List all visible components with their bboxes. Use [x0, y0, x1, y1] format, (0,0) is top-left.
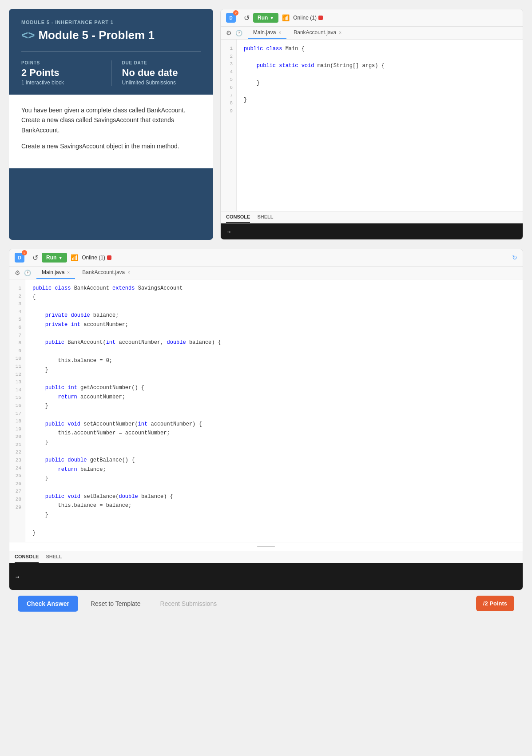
run-dropdown-arrow-bottom[interactable]: ▼	[58, 255, 63, 260]
due-date-label: DUE DATE	[122, 60, 201, 65]
points-sub: 1 interactive block	[21, 80, 100, 86]
points-button[interactable]: /2 Points	[476, 596, 514, 611]
check-answer-button[interactable]: Check Answer	[18, 596, 78, 612]
run-button-bottom[interactable]: Run ▼	[42, 253, 67, 263]
undo-icon[interactable]: ↺	[244, 14, 250, 22]
console-tabs-top: CONSOLE SHELL	[221, 211, 523, 223]
code-area-top[interactable]: 1 2 3 4 5 6 7 8 9 public class Main { pu…	[221, 40, 523, 211]
shell-tab-top[interactable]: SHELL	[257, 211, 273, 223]
ide-logo-text: D	[229, 16, 232, 20]
run-dropdown-arrow[interactable]: ▼	[270, 16, 274, 20]
ide-tabs-top: ⚙ 🕐 Main.java × BankAccount.java ×	[221, 27, 523, 40]
undo-icon-bottom[interactable]: ↺	[32, 254, 38, 262]
meta-section: POINTS 2 Points 1 interactive block DUE …	[9, 52, 213, 95]
online-dot-top	[318, 16, 323, 20]
ide-panel-top: D 2 ↺ Run ▼ 📶 Online (1) ⚙ 🕐 Main.java ×	[220, 9, 523, 240]
problem-title-text: Module 5 - Problem 1	[38, 28, 155, 42]
code-editor-bottom[interactable]: public class BankAccount extends Savings…	[25, 279, 523, 542]
ide-toolbar-bottom: D 2 ↺ Run ▼ 📶 Online (1) ↻	[9, 249, 523, 267]
tab-main-java-label-bottom: Main.java	[42, 269, 64, 275]
close-main-tab-top[interactable]: ×	[278, 30, 281, 35]
clock-icon-top: 🕐	[235, 30, 242, 36]
ide-logo-text-bottom: D	[18, 255, 21, 260]
online-badge-bottom: Online (1)	[82, 255, 111, 261]
tab-bankaccount-java-bottom[interactable]: BankAccount.java ×	[77, 267, 135, 279]
console-output-top: →	[221, 223, 523, 239]
online-text-bottom: Online (1)	[82, 255, 105, 261]
tab-bankaccount-label-bottom: BankAccount.java	[82, 269, 125, 275]
run-label-bottom: Run	[46, 255, 56, 261]
wifi-icon-top: 📶	[282, 14, 290, 21]
top-section: MODULE 5 - INHERITANCE PART 1 <> Module …	[0, 0, 532, 244]
tab-main-java-label-top: Main.java	[253, 29, 276, 36]
problem-description: You have been given a complete class cal…	[9, 95, 213, 168]
console-section-top: CONSOLE SHELL →	[221, 211, 523, 239]
tab-main-java-top[interactable]: Main.java ×	[248, 27, 286, 39]
refresh-icon-bottom[interactable]: ↻	[512, 254, 517, 261]
console-tab-bottom[interactable]: CONSOLE	[15, 551, 39, 563]
clock-icon-bottom: 🕐	[24, 270, 31, 276]
ide-logo-badge-bottom: 2	[22, 250, 27, 255]
description-para-2: Create a new SavingsAccount object in th…	[21, 141, 201, 151]
points-value: 2 Points	[21, 67, 100, 79]
settings-icon-bottom[interactable]: ⚙	[15, 269, 20, 276]
ide-panel-bottom: D 2 ↺ Run ▼ 📶 Online (1) ↻ ⚙ 🕐 Main.java…	[9, 249, 523, 590]
tab-bankaccount-java-top[interactable]: BankAccount.java ×	[288, 27, 347, 39]
footer-bar: Check Answer Reset to Template Recent Su…	[9, 590, 523, 617]
ide-logo-wrapper: D 2	[226, 13, 238, 23]
console-section-bottom: CONSOLE SHELL →	[9, 551, 523, 590]
console-tabs-bottom: CONSOLE SHELL	[9, 551, 523, 563]
run-button-top[interactable]: Run ▼	[253, 13, 278, 23]
problem-panel: MODULE 5 - INHERITANCE PART 1 <> Module …	[9, 9, 213, 240]
ide-tabs-bottom: ⚙ 🕐 Main.java × BankAccount.java ×	[9, 267, 523, 279]
problem-header: MODULE 5 - INHERITANCE PART 1 <> Module …	[9, 9, 213, 51]
line-numbers-top: 1 2 3 4 5 6 7 8 9	[221, 40, 237, 211]
points-meta: POINTS 2 Points 1 interactive block	[21, 60, 111, 86]
due-date-meta: DUE DATE No due date Unlimited Submissio…	[111, 60, 201, 86]
run-label-top: Run	[258, 15, 268, 21]
online-text-top: Online (1)	[293, 15, 317, 21]
shell-tab-bottom[interactable]: SHELL	[46, 551, 62, 563]
ide-logo-badge: 2	[233, 10, 238, 16]
scroll-bar	[257, 546, 275, 547]
recent-submissions-button[interactable]: Recent Submissions	[153, 596, 224, 612]
online-badge-top: Online (1)	[293, 15, 323, 21]
tab-bankaccount-label-top: BankAccount.java	[294, 29, 336, 36]
code-editor-top[interactable]: public class Main { public static void m…	[237, 40, 523, 211]
close-main-tab-bottom[interactable]: ×	[67, 270, 70, 275]
due-date-sub: Unlimited Submissions	[122, 80, 201, 86]
console-arrow-top: →	[227, 228, 230, 235]
close-bankaccount-tab-bottom[interactable]: ×	[127, 270, 130, 275]
settings-icon-top[interactable]: ⚙	[226, 29, 232, 36]
console-tab-top[interactable]: CONSOLE	[226, 211, 250, 223]
brackets-icon: <>	[21, 28, 35, 42]
ide-toolbar-top: D 2 ↺ Run ▼ 📶 Online (1)	[221, 9, 523, 27]
reset-template-button[interactable]: Reset to Template	[83, 596, 148, 612]
ide-logo-wrapper-bottom: D 2	[15, 253, 27, 263]
console-arrow-bottom: →	[16, 573, 19, 580]
code-area-bottom[interactable]: 1 2 3 4 5 6 7 8 9 10 11 12 13 14 15 16 1…	[9, 279, 523, 542]
module-label: MODULE 5 - INHERITANCE PART 1	[21, 20, 201, 25]
online-dot-bottom	[107, 255, 111, 260]
tab-main-java-bottom[interactable]: Main.java ×	[36, 267, 75, 279]
close-bankaccount-tab-top[interactable]: ×	[339, 30, 341, 35]
problem-title: <> Module 5 - Problem 1	[21, 28, 201, 42]
bottom-section: D 2 ↺ Run ▼ 📶 Online (1) ↻ ⚙ 🕐 Main.java…	[0, 244, 532, 617]
points-label: POINTS	[21, 60, 100, 65]
console-output-bottom: →	[9, 563, 523, 590]
wifi-icon-bottom: 📶	[71, 254, 78, 261]
due-date-value: No due date	[122, 67, 201, 79]
description-para-1: You have been given a complete class cal…	[21, 105, 201, 135]
scroll-indicator	[9, 542, 523, 551]
line-numbers-bottom: 1 2 3 4 5 6 7 8 9 10 11 12 13 14 15 16 1…	[9, 279, 25, 542]
